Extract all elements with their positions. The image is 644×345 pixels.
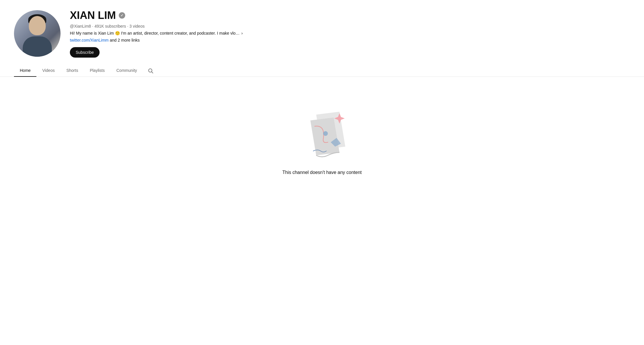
channel-details: XIAN LIM ✓ @XianLim8 · 491K subscribers … xyxy=(70,9,243,58)
channel-name: XIAN LIM xyxy=(70,9,116,22)
channel-avatar xyxy=(14,10,61,57)
channel-videos: 3 videos xyxy=(130,24,145,29)
channel-link[interactable]: twitter.com/XianLimm xyxy=(70,38,109,42)
empty-content: This channel doesn't have any content xyxy=(0,77,644,198)
svg-point-0 xyxy=(148,69,152,72)
tab-videos[interactable]: Videos xyxy=(36,65,61,77)
channel-tabs: Home Videos Shorts Playlists Community xyxy=(0,65,644,77)
channel-description: Hi! My name is Xian Lim 🙂 I'm an artist,… xyxy=(70,31,243,35)
channel-name-row: XIAN LIM ✓ xyxy=(70,9,243,22)
channel-header: XIAN LIM ✓ @XianLim8 · 491K subscribers … xyxy=(0,0,349,58)
channel-links: twitter.com/XianLimm and 2 more links xyxy=(70,38,243,42)
verified-badge: ✓ xyxy=(119,12,125,19)
channel-meta: @XianLim8 · 491K subscribers · 3 videos xyxy=(70,24,243,29)
tab-home[interactable]: Home xyxy=(14,65,36,77)
more-links: and 2 more links xyxy=(110,38,140,42)
empty-state-text: This channel doesn't have any content xyxy=(282,170,362,175)
search-tab-button[interactable] xyxy=(145,65,156,76)
tab-community[interactable]: Community xyxy=(111,65,143,77)
search-icon xyxy=(148,68,153,74)
channel-info: XIAN LIM ✓ @XianLim8 · 491K subscribers … xyxy=(14,9,335,58)
tab-shorts[interactable]: Shorts xyxy=(61,65,84,77)
description-text: Hi! My name is Xian Lim 🙂 I'm an artist,… xyxy=(70,31,240,35)
channel-handle: @XianLim8 xyxy=(70,24,91,29)
subscribe-button[interactable]: Subscribe xyxy=(70,47,100,58)
tab-playlists[interactable]: Playlists xyxy=(84,65,110,77)
svg-point-2 xyxy=(323,131,328,136)
description-expand-arrow[interactable]: › xyxy=(241,31,243,35)
svg-line-1 xyxy=(152,72,153,73)
empty-illustration xyxy=(290,100,354,164)
channel-subscribers: 491K subscribers xyxy=(94,24,126,29)
